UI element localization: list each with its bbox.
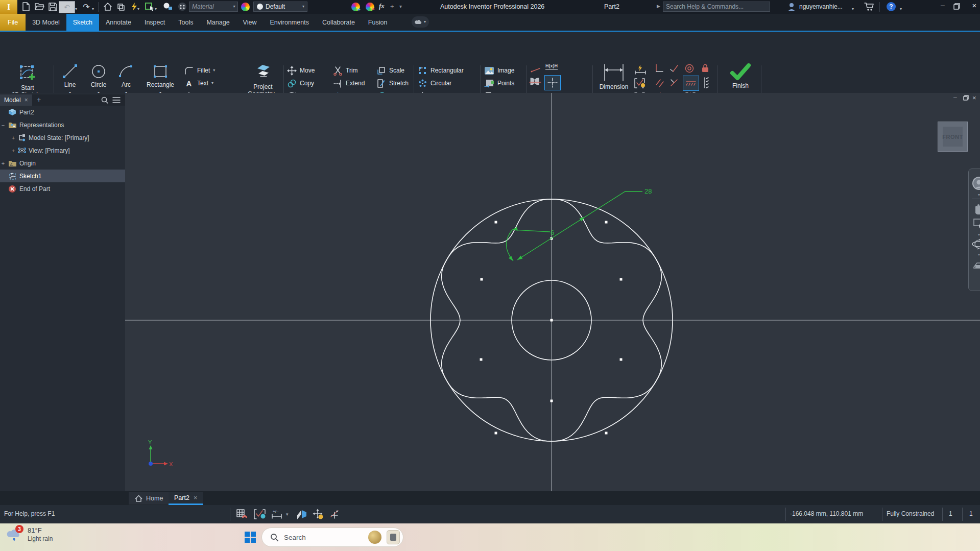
doc-restore-icon[interactable] [963, 95, 969, 101]
navbar-caret-icon[interactable]: ▾ [969, 193, 980, 197]
doc-close-icon[interactable]: × [972, 94, 976, 102]
insert-points-tool[interactable]: Points [484, 77, 514, 89]
insert-image-tool[interactable]: Image [484, 64, 514, 77]
tree-expander[interactable]: + [10, 148, 16, 154]
minimize-button[interactable]: – [937, 1, 948, 12]
fillet-tool[interactable]: Fillet▾ [184, 64, 215, 77]
rectangle-tool[interactable]: Rectangle▾ [142, 63, 179, 95]
tree-item-representations[interactable]: − Representations [0, 118, 125, 131]
doc-tab-part2[interactable]: Part2 × [169, 492, 203, 505]
center-point-format-button[interactable] [544, 75, 561, 90]
dimension-28-text[interactable]: 28 [644, 187, 652, 195]
material-sphere-icon[interactable] [162, 1, 174, 12]
tree-item-model-state[interactable]: + Model State: [Primary] [0, 131, 125, 144]
cart-icon[interactable] [864, 2, 875, 11]
grid-snap-toggle[interactable] [236, 509, 248, 520]
tab-annotate[interactable]: Annotate [99, 14, 138, 31]
orbit-icon[interactable] [969, 237, 980, 252]
user-avatar-icon[interactable] [787, 2, 796, 12]
user-caret-icon[interactable]: ▾ [852, 5, 854, 12]
rectangular-pattern-tool[interactable]: Rectangular [418, 64, 464, 77]
inventor-logo[interactable]: I [0, 0, 17, 14]
tree-item-part2[interactable]: Part2 [0, 106, 125, 118]
viewcube[interactable]: FRONT [938, 122, 968, 152]
tab-sketch[interactable]: Sketch [66, 14, 99, 31]
browser-menu-icon[interactable] [112, 97, 121, 104]
slice-graphics-toggle[interactable] [295, 508, 308, 520]
dimension-toggle-caret-icon[interactable]: ▾ [286, 512, 289, 517]
circular-pattern-tool[interactable]: Circular [418, 77, 451, 89]
material-combo[interactable]: Material ▾ [189, 2, 238, 12]
constraint-inference-toggle[interactable] [253, 509, 267, 520]
navbar-caret-icon[interactable]: ▾ [969, 252, 980, 257]
restore-button[interactable] [953, 3, 961, 10]
viewcube-front-face[interactable]: FRONT [943, 127, 963, 147]
copy-tool[interactable]: Copy [287, 77, 314, 89]
new-file-icon[interactable] [20, 1, 32, 12]
home-icon[interactable] [102, 1, 113, 12]
browser-search-icon[interactable] [101, 96, 109, 104]
doc-tab-close-icon[interactable]: × [194, 494, 197, 501]
save-icon[interactable] [47, 1, 58, 12]
weather-widget[interactable]: 3 81°F Light rain [6, 526, 53, 543]
persistent-dimension-toggle[interactable]: +/– [271, 509, 285, 520]
lock-constraint[interactable] [701, 63, 710, 74]
dimension-tool[interactable]: Dimension [594, 63, 633, 90]
redo-button[interactable]: ↷ [81, 1, 92, 12]
trim-tool[interactable]: Trim [333, 64, 358, 77]
coincident-constraint[interactable] [669, 78, 679, 88]
circle-tool[interactable]: Circle▾ [86, 63, 111, 95]
look-at-icon[interactable] [969, 257, 980, 271]
text-tool[interactable]: A Text▾ [184, 77, 213, 89]
construction-format-icon[interactable] [530, 64, 542, 75]
concentric-constraint[interactable] [684, 63, 695, 74]
measure-select-icon[interactable] [144, 1, 155, 12]
zoom-window-icon[interactable] [969, 216, 980, 232]
qat-more-icon[interactable]: ▾ [399, 4, 402, 9]
tab-fusion[interactable]: Fusion [362, 14, 394, 31]
tab-view[interactable]: View [236, 14, 264, 31]
tangent-constraint[interactable] [669, 63, 679, 74]
line-tool[interactable]: Line▾ [57, 63, 83, 95]
browser-add-tab-button[interactable]: + [37, 95, 41, 104]
tab-collaborate[interactable]: Collaborate [316, 14, 362, 31]
title-arrow-icon[interactable]: ▶ [657, 4, 660, 9]
tab-file[interactable]: File [0, 14, 26, 31]
parameters-fx-icon[interactable]: fx [379, 2, 385, 10]
undo-caret-icon[interactable]: ▾ [75, 5, 77, 12]
search-box[interactable]: Search [261, 528, 403, 547]
tab-tools[interactable]: Tools [172, 14, 200, 31]
move-tool[interactable]: Move [287, 64, 315, 77]
scale-tool[interactable]: Scale [376, 64, 404, 77]
redo-caret-icon[interactable]: ▾ [92, 5, 94, 12]
dof-red-toggle[interactable] [329, 509, 341, 520]
open-folder-icon[interactable] [34, 1, 45, 12]
appearance-combo[interactable]: Default ▾ [253, 2, 307, 12]
qat-add-icon[interactable]: + [390, 3, 394, 10]
show-constraints-button[interactable] [633, 78, 648, 89]
centerline-format-icon[interactable] [529, 77, 542, 89]
tab-3d-model[interactable]: 3D Model [26, 14, 66, 31]
start-button[interactable] [244, 531, 256, 543]
undo-button[interactable]: ↶ [59, 1, 75, 13]
color-wheel-icon[interactable] [241, 3, 250, 11]
tab-environments[interactable]: Environments [263, 14, 315, 31]
browser-tab-close-icon[interactable]: × [25, 97, 28, 104]
select-caret-icon[interactable]: ▾ [155, 5, 157, 12]
help-icon[interactable]: ? [887, 2, 896, 11]
search-highlight-book-icon[interactable] [387, 530, 400, 544]
auto-dimension-constraint[interactable] [634, 64, 647, 75]
tab-inspect[interactable]: Inspect [138, 14, 172, 31]
arc-tool[interactable]: Arc▾ [114, 63, 138, 95]
vertical-constraint[interactable] [702, 77, 710, 89]
lightning-caret-icon[interactable]: ▾ [137, 5, 139, 12]
stretch-tool[interactable]: Stretch [376, 77, 409, 89]
pan-hand-icon[interactable] [969, 201, 980, 216]
search-highlight-coin-icon[interactable] [368, 531, 381, 544]
parallel-constraint[interactable] [655, 78, 665, 88]
finish-sketch-button[interactable]: Finish▾ [721, 63, 760, 97]
close-button[interactable]: × [969, 1, 980, 12]
graphics-canvas[interactable]: 28 6 Y X FRONT – × × ▾ ▾ [125, 93, 980, 491]
tree-expander[interactable]: + [0, 160, 6, 166]
navbar-caret-icon[interactable]: ▾ [969, 232, 980, 237]
